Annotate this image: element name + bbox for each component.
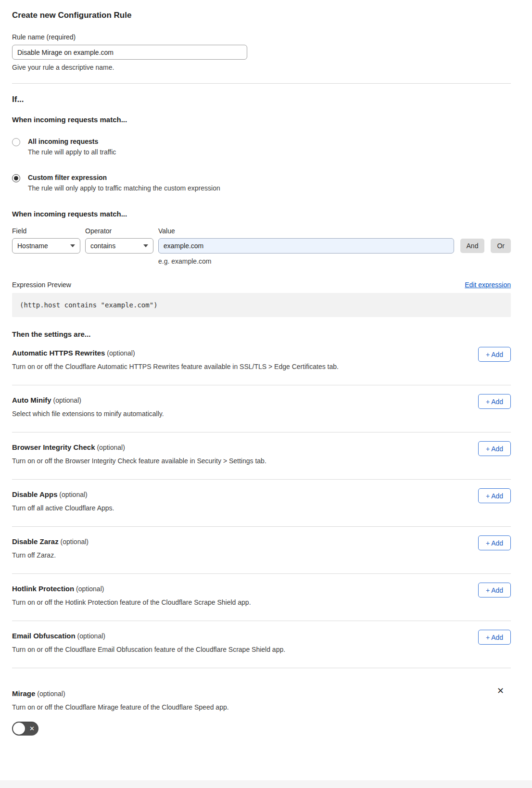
setting-optional-tag: (optional) <box>35 690 65 698</box>
radio-label[interactable]: All incoming requests <box>28 138 116 145</box>
expression-preview-code: (http.host contains "example.com") <box>12 293 511 317</box>
expression-preview-header: Expression Preview Edit expression <box>12 281 511 289</box>
add-button[interactable]: + Add <box>478 347 511 362</box>
value-helper: e.g. example.com <box>158 257 511 265</box>
close-icon[interactable]: ✕ <box>497 686 504 695</box>
setting-row-email-obfuscation: Email Obfuscation (optional) Turn on or … <box>12 621 511 668</box>
rule-name-input[interactable] <box>12 45 247 60</box>
setting-title: Email Obfuscation <box>12 632 76 640</box>
create-configuration-rule-page: Create new Configuration Rule Rule name … <box>0 0 532 737</box>
setting-description: Turn on or off the Cloudflare Automatic … <box>12 363 426 370</box>
setting-description: Turn off all active Cloudflare Apps. <box>12 504 426 512</box>
operator-label: Operator <box>85 227 158 235</box>
field-label: Field <box>12 227 85 235</box>
operator-select-value: contains <box>90 242 115 250</box>
or-button[interactable]: Or <box>491 239 511 253</box>
setting-optional-tag: (optional) <box>51 396 81 404</box>
setting-title: Browser Integrity Check <box>12 443 95 451</box>
setting-description: Turn on or off the Hotlink Protection fe… <box>12 598 426 606</box>
and-button[interactable]: And <box>460 239 485 253</box>
setting-row-mirage: ✕ Mirage (optional) Turn on or off the C… <box>12 668 511 737</box>
radio-button-unchecked[interactable] <box>12 138 20 146</box>
setting-row-browser-integrity-check: Browser Integrity Check (optional) Turn … <box>12 432 511 480</box>
setting-description: Turn off Zaraz. <box>12 551 426 559</box>
setting-row-auto-minify: Auto Minify (optional) Select which file… <box>12 385 511 432</box>
then-heading: Then the settings are... <box>12 330 511 338</box>
setting-row-automatic-https-rewrites: Automatic HTTPS Rewrites (optional) Turn… <box>12 338 511 385</box>
setting-title: Hotlink Protection <box>12 585 74 593</box>
toggle-knob <box>13 723 25 735</box>
radio-option-all-requests[interactable]: All incoming requests The rule will appl… <box>12 138 511 156</box>
radio-description: The rule will only apply to traffic matc… <box>28 184 220 192</box>
setting-optional-tag: (optional) <box>95 444 125 451</box>
radio-button-checked[interactable] <box>12 174 20 182</box>
add-button[interactable]: + Add <box>478 630 511 645</box>
rule-name-label: Rule name (required) <box>12 33 511 41</box>
builder-column-labels: Field Operator Value <box>12 227 511 235</box>
setting-row-disable-zaraz: Disable Zaraz (optional) Turn off Zaraz.… <box>12 527 511 574</box>
radio-description: The rule will apply to all traffic <box>28 148 116 156</box>
chevron-down-icon <box>143 244 148 247</box>
add-button[interactable]: + Add <box>478 441 511 456</box>
radio-option-custom-filter[interactable]: Custom filter expression The rule will o… <box>12 174 511 192</box>
setting-title: Disable Apps <box>12 490 57 498</box>
setting-title: Disable Zaraz <box>12 537 59 546</box>
setting-optional-tag: (optional) <box>74 585 104 593</box>
setting-description: Turn on or off the Browser Integrity Che… <box>12 457 426 465</box>
setting-description: Select which file extensions to minify a… <box>12 410 426 418</box>
rule-name-helper: Give your rule a descriptive name. <box>12 64 511 71</box>
page-title: Create new Configuration Rule <box>12 11 511 20</box>
field-select[interactable]: Hostname <box>12 238 80 254</box>
add-button[interactable]: + Add <box>478 394 511 409</box>
setting-row-hotlink-protection: Hotlink Protection (optional) Turn on or… <box>12 574 511 621</box>
setting-title: Automatic HTTPS Rewrites <box>12 349 105 357</box>
add-button[interactable]: + Add <box>478 488 511 503</box>
add-button[interactable]: + Add <box>478 535 511 550</box>
setting-optional-tag: (optional) <box>76 632 105 640</box>
radio-label[interactable]: Custom filter expression <box>28 174 220 181</box>
if-heading: If... <box>12 95 511 104</box>
setting-title: Auto Minify <box>12 396 51 404</box>
setting-description: Turn on or off the Cloudflare Mirage fea… <box>12 703 426 711</box>
add-button[interactable]: + Add <box>478 583 511 597</box>
expression-builder-row: Hostname contains And Or <box>12 238 511 254</box>
setting-description: Turn on or off the Cloudflare Email Obfu… <box>12 646 426 653</box>
operator-select[interactable]: contains <box>85 238 153 254</box>
setting-optional-tag: (optional) <box>105 349 135 357</box>
setting-title: Mirage <box>12 689 35 698</box>
expression-preview-label: Expression Preview <box>12 281 71 289</box>
setting-row-disable-apps: Disable Apps (optional) Turn off all act… <box>12 480 511 527</box>
toggle-off-x-icon: ✕ <box>29 725 35 732</box>
edit-expression-link[interactable]: Edit expression <box>465 281 511 289</box>
section-divider <box>12 83 511 84</box>
builder-heading: When incoming requests match... <box>12 210 511 218</box>
field-select-value: Hostname <box>17 242 48 250</box>
value-label: Value <box>158 227 175 235</box>
value-input[interactable] <box>158 238 454 254</box>
match-heading: When incoming requests match... <box>12 115 511 124</box>
chevron-down-icon <box>70 244 75 247</box>
setting-optional-tag: (optional) <box>57 491 87 498</box>
next-section-edge <box>0 780 532 788</box>
setting-optional-tag: (optional) <box>59 538 89 546</box>
mirage-toggle-off[interactable]: ✕ <box>12 722 38 736</box>
